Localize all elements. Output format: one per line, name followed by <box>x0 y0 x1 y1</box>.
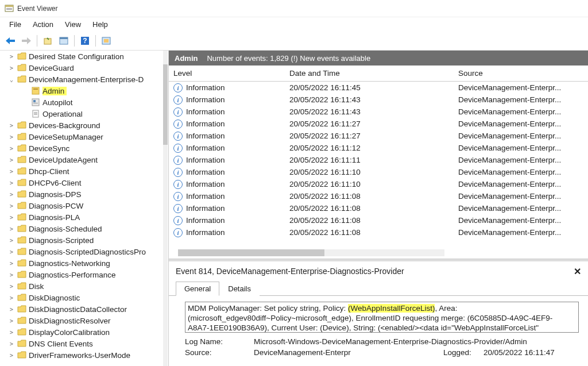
tree-item[interactable]: >Diagnosis-Scheduled <box>0 223 168 234</box>
expand-toggle[interactable]: > <box>8 203 15 209</box>
expand-toggle[interactable]: > <box>8 283 15 290</box>
tree-item-label: Diagnosis-Scripted <box>29 236 96 245</box>
menu-help[interactable]: Help <box>87 19 114 30</box>
event-row[interactable]: iInformation20/05/2022 16:11:27DeviceMan… <box>169 118 588 130</box>
expand-toggle[interactable]: > <box>8 191 15 198</box>
expand-toggle[interactable]: > <box>8 168 15 175</box>
tree-item[interactable]: >DiskDiagnostic <box>0 292 168 303</box>
expand-toggle[interactable]: > <box>8 53 15 60</box>
expand-toggle[interactable]: > <box>8 352 15 359</box>
tree-item[interactable]: >DeviceSetupManager <box>0 131 168 142</box>
title-bar[interactable]: Event Viewer <box>0 0 588 17</box>
event-row[interactable]: iInformation20/05/2022 16:11:08DeviceMan… <box>169 202 588 214</box>
close-icon[interactable]: ✕ <box>574 266 581 277</box>
expand-toggle[interactable]: > <box>8 214 15 221</box>
tree-item[interactable]: >Diagnosis-PLA <box>0 211 168 223</box>
grid-header[interactable]: Level Date and Time Source <box>169 66 588 82</box>
tree-view[interactable]: >Desired State Configuration>DeviceGuard… <box>0 51 169 366</box>
expand-toggle[interactable]: > <box>8 180 15 186</box>
tree-item[interactable]: >Disk <box>0 280 168 292</box>
grid-hscroll[interactable] <box>178 249 444 256</box>
source-label: Source: <box>185 348 254 357</box>
forward-button[interactable] <box>20 34 33 48</box>
back-button[interactable] <box>3 34 17 48</box>
tree-item[interactable]: >Diagnostics-Performance <box>0 269 168 280</box>
tree-item[interactable]: Admin <box>0 85 168 97</box>
expand-toggle[interactable]: > <box>8 272 15 278</box>
event-row[interactable]: iInformation20/05/2022 16:11:10DeviceMan… <box>169 166 588 178</box>
event-row[interactable]: iInformation20/05/2022 16:11:43DeviceMan… <box>169 106 588 118</box>
expand-toggle[interactable]: > <box>8 295 15 301</box>
col-source[interactable]: Source <box>454 69 588 81</box>
help-button[interactable]: ? <box>78 34 92 48</box>
tree-item[interactable]: Operational <box>0 108 168 120</box>
expand-toggle[interactable]: > <box>8 65 15 71</box>
info-icon: i <box>173 192 183 201</box>
tree-item[interactable]: >DisplayColorCalibration <box>0 326 168 338</box>
toolbar-icon-2[interactable] <box>99 34 113 48</box>
info-icon: i <box>173 120 183 129</box>
toolbar-icon-1[interactable] <box>41 34 55 48</box>
tree-item[interactable]: >DNS Client Events <box>0 338 168 349</box>
col-date[interactable]: Date and Time <box>285 69 454 81</box>
tree-item[interactable]: >Diagnosis-ScriptedDiagnosticsPro <box>0 246 168 257</box>
tree-item[interactable]: >DiskDiagnosticDataCollector <box>0 303 168 315</box>
event-message[interactable]: MDM PolicyManager: Set policy string, Po… <box>185 302 579 333</box>
svg-rect-19 <box>34 114 37 115</box>
tree-item-label: DeviceGuard <box>29 64 76 72</box>
event-row[interactable]: iInformation20/05/2022 16:11:08DeviceMan… <box>169 226 588 238</box>
tree-item[interactable]: >Diagnostics-Networking <box>0 257 168 269</box>
tab-general[interactable]: General <box>176 282 219 296</box>
expand-toggle[interactable]: > <box>8 122 15 129</box>
expand-toggle[interactable]: > <box>8 260 15 267</box>
event-row[interactable]: iInformation20/05/2022 16:11:43DeviceMan… <box>169 94 588 106</box>
tree-item[interactable]: >DHCPv6-Client <box>0 177 168 188</box>
info-icon: i <box>173 216 183 225</box>
expand-toggle[interactable]: > <box>8 329 15 336</box>
tree-item[interactable]: >Devices-Background <box>0 120 168 131</box>
tree-item[interactable]: Autopilot <box>0 97 168 108</box>
tree-item-label: DiskDiagnosticDataCollector <box>29 305 129 314</box>
tree-item[interactable]: >DriverFrameworks-UserMode <box>0 349 168 361</box>
col-level[interactable]: Level <box>169 69 285 81</box>
tree-item[interactable]: >DeviceGuard <box>0 62 168 74</box>
folder-icon <box>17 190 26 198</box>
menu-file[interactable]: File <box>3 19 27 30</box>
tab-details[interactable]: Details <box>219 282 260 296</box>
tree-item[interactable]: >DeviceUpdateAgent <box>0 154 168 165</box>
event-grid[interactable]: Level Date and Time Source iInformation2… <box>169 66 588 259</box>
event-row[interactable]: iInformation20/05/2022 16:11:08DeviceMan… <box>169 190 588 202</box>
tree-item-label: Diagnosis-ScriptedDiagnosticsPro <box>29 248 148 256</box>
tree-item[interactable]: >Diagnosis-Scripted <box>0 234 168 246</box>
tree-item[interactable]: ⌄DeviceManagement-Enterprise-D <box>0 74 168 85</box>
tree-item[interactable]: >Desired State Configuration <box>0 51 168 62</box>
event-row[interactable]: iInformation20/05/2022 16:11:11DeviceMan… <box>169 154 588 166</box>
tree-item-label: DeviceSync <box>29 144 72 153</box>
expand-toggle[interactable]: > <box>8 306 15 313</box>
expand-toggle[interactable]: > <box>8 341 15 347</box>
tree-item[interactable]: >Diagnosis-PCW <box>0 200 168 211</box>
expand-toggle[interactable]: > <box>8 249 15 255</box>
event-row[interactable]: iInformation20/05/2022 16:11:12DeviceMan… <box>169 142 588 154</box>
tree-item[interactable]: >DiskDiagnosticResolver <box>0 315 168 326</box>
expand-toggle[interactable]: > <box>8 226 15 232</box>
tree-scrollbar[interactable] <box>163 51 168 366</box>
expand-toggle[interactable]: > <box>8 134 15 140</box>
event-row[interactable]: iInformation20/05/2022 16:11:08DeviceMan… <box>169 214 588 226</box>
tree-item[interactable]: >Diagnosis-DPS <box>0 188 168 200</box>
event-row[interactable]: iInformation20/05/2022 16:11:10DeviceMan… <box>169 178 588 190</box>
tree-item-label: DriverFrameworks-UserMode <box>29 351 133 360</box>
svg-rect-11 <box>32 87 39 94</box>
properties-button[interactable] <box>57 34 71 48</box>
event-row[interactable]: iInformation20/05/2022 16:11:45DeviceMan… <box>169 82 588 94</box>
expand-toggle[interactable]: > <box>8 318 15 324</box>
tree-item[interactable]: >DeviceSync <box>0 142 168 154</box>
expand-toggle[interactable]: ⌄ <box>8 76 15 83</box>
expand-toggle[interactable]: > <box>8 157 15 163</box>
expand-toggle[interactable]: > <box>8 145 15 152</box>
expand-toggle[interactable]: > <box>8 237 15 244</box>
event-row[interactable]: iInformation20/05/2022 16:11:27DeviceMan… <box>169 130 588 142</box>
menu-view[interactable]: View <box>59 19 87 30</box>
tree-item[interactable]: >Dhcp-Client <box>0 165 168 177</box>
menu-action[interactable]: Action <box>27 19 59 30</box>
